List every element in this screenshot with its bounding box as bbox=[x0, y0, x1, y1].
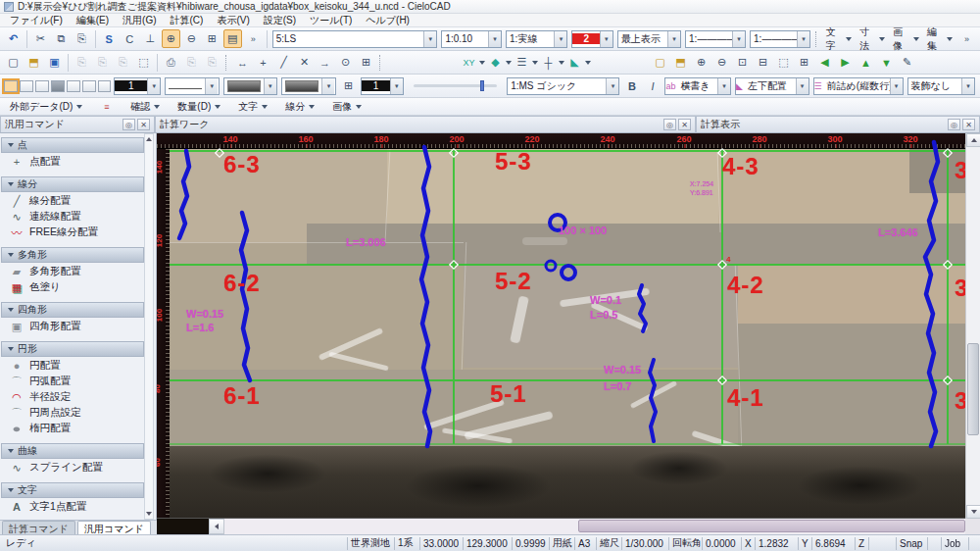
layer-style-7-icon[interactable] bbox=[98, 80, 112, 92]
pin-icon[interactable]: ◎ bbox=[663, 119, 676, 130]
pan-right-icon[interactable]: ▶ bbox=[836, 53, 855, 72]
undo-icon[interactable]: ↶ bbox=[4, 29, 23, 48]
section-segment[interactable]: 線分 bbox=[1, 176, 144, 192]
save-icon[interactable]: ▣ bbox=[45, 53, 64, 72]
mouse-settings-icon[interactable]: ⬚ bbox=[134, 53, 153, 72]
layer-style-6-icon[interactable] bbox=[82, 80, 96, 92]
menu-file[interactable]: ファイル(F) bbox=[10, 14, 63, 27]
scroll-down-icon[interactable] bbox=[145, 509, 153, 519]
draworder-combo[interactable]: 最上表示▾ bbox=[617, 30, 681, 48]
scroll-down-icon[interactable] bbox=[966, 505, 980, 519]
sidebar-item-polygon-place[interactable]: ▰多角形配置 bbox=[0, 264, 145, 279]
sidebar-item-arc-place[interactable]: ⌒円弧配置 bbox=[0, 374, 145, 389]
segment-button[interactable]: 線分 bbox=[285, 100, 315, 114]
sidebar-item-circumference-point[interactable]: ⌒円周点設定 bbox=[0, 405, 145, 421]
external-data-button[interactable]: 外部データ(D) bbox=[10, 100, 82, 114]
sidebar-item-segment-place[interactable]: ╱線分配置 bbox=[0, 193, 145, 209]
layer-number-combo[interactable]: 1▾ bbox=[114, 77, 161, 95]
new-file-icon[interactable]: ▢ bbox=[4, 53, 23, 72]
crosshair-tool-icon[interactable]: ┼ bbox=[539, 53, 558, 72]
linetype1-combo[interactable]: 1:—————▾ bbox=[685, 30, 746, 48]
s-mode-button[interactable]: S bbox=[100, 29, 119, 48]
linestyle-combo[interactable]: 1:実線▾ bbox=[506, 30, 567, 48]
edit-menu-button[interactable]: 編集 bbox=[927, 25, 953, 53]
diamond-tool-icon[interactable]: ◆ bbox=[486, 53, 505, 72]
text-decoration-combo[interactable]: 装飾なし▾ bbox=[907, 77, 976, 95]
sidebar-item-point-place[interactable]: +点配置 bbox=[0, 154, 145, 170]
open-file-icon[interactable]: ⬒ bbox=[24, 53, 43, 72]
layer-style-2-icon[interactable] bbox=[20, 80, 33, 92]
perpendicular-button[interactable]: ⊥ bbox=[141, 29, 160, 48]
snap-center-icon[interactable]: ⊙ bbox=[336, 53, 355, 72]
sidebar-item-radius-set[interactable]: ◠半径設定 bbox=[0, 389, 145, 405]
pin-icon[interactable]: ◎ bbox=[122, 119, 135, 130]
new-view-icon[interactable]: ▢ bbox=[651, 53, 669, 72]
slope-tool-icon[interactable]: ◣ bbox=[565, 53, 584, 72]
layer-icon[interactable]: ▤ bbox=[223, 29, 242, 48]
print-setup-icon[interactable]: ⎘ bbox=[203, 53, 221, 72]
layer-style-3-icon[interactable] bbox=[35, 80, 49, 92]
pan-left-icon[interactable]: ◀ bbox=[815, 53, 834, 72]
slider-thumb[interactable] bbox=[480, 80, 484, 91]
layer-style-1-icon[interactable] bbox=[4, 80, 18, 92]
quantity-button[interactable]: 数量(D) bbox=[177, 100, 220, 114]
italic-button[interactable]: I bbox=[643, 76, 662, 95]
menu-view[interactable]: 表示(V) bbox=[217, 14, 249, 27]
close-icon[interactable]: ✕ bbox=[678, 119, 691, 130]
text-pack-combo[interactable]: ☰ 前詰め(縦数行)▾ bbox=[813, 77, 904, 95]
reference-icon[interactable]: ≡ bbox=[97, 97, 116, 116]
snap-arrow-icon[interactable]: → bbox=[316, 53, 334, 72]
pan-up-icon[interactable]: ▲ bbox=[857, 53, 875, 72]
menu-settings[interactable]: 設定(S) bbox=[264, 14, 296, 27]
cut-icon[interactable]: ✂ bbox=[31, 29, 50, 48]
sidebar-item-text-1point-place[interactable]: A文字1点配置 bbox=[0, 499, 145, 515]
scroll-up-icon[interactable] bbox=[966, 133, 980, 147]
zoom-previous-icon[interactable]: ⊟ bbox=[754, 53, 772, 72]
opacity-slider[interactable] bbox=[414, 84, 497, 87]
text-direction-combo[interactable]: ab 横書き▾ bbox=[664, 77, 731, 95]
close-icon[interactable]: ✕ bbox=[137, 119, 150, 130]
menu-tools[interactable]: ツール(T) bbox=[310, 14, 352, 27]
image-menu-button[interactable]: 画像 bbox=[893, 25, 918, 53]
zoom-window-icon[interactable]: ⬚ bbox=[774, 53, 793, 72]
page-setup-icon[interactable]: ⎘ bbox=[73, 53, 91, 72]
drawing-canvas[interactable]: 140 160 180 200 220 240 260 280 300 320 … bbox=[157, 133, 980, 534]
scroll-up-icon[interactable] bbox=[145, 134, 153, 144]
concrete-photo[interactable] bbox=[170, 149, 965, 518]
font-combo[interactable]: 1:MS ゴシック▾ bbox=[507, 77, 619, 95]
print-icon[interactable]: ⎙ bbox=[162, 53, 180, 72]
sidebar-scrollbar[interactable] bbox=[144, 133, 154, 520]
sidebar-item-rectangle-place[interactable]: ▣四角形配置 bbox=[0, 319, 145, 334]
zoom-fit-icon[interactable]: ⊡ bbox=[733, 53, 752, 72]
zoom-out-view-icon[interactable]: ⊖ bbox=[712, 53, 731, 72]
section-text[interactable]: 文字 bbox=[1, 482, 144, 498]
snap-line-icon[interactable]: ╱ bbox=[274, 53, 293, 72]
pin-icon[interactable]: ◎ bbox=[948, 119, 960, 130]
section-circle[interactable]: 円形 bbox=[1, 341, 144, 357]
zoom-all-icon[interactable]: ⊞ bbox=[795, 53, 813, 72]
pan-down-icon[interactable]: ▼ bbox=[877, 53, 896, 72]
layer-style-4-icon[interactable] bbox=[51, 80, 65, 92]
scroll-left-icon[interactable] bbox=[209, 519, 224, 534]
menu-edit[interactable]: 編集(E) bbox=[76, 14, 109, 27]
snap-intersection-icon[interactable]: ✕ bbox=[295, 53, 314, 72]
tab-general-commands[interactable]: 汎用コマンド bbox=[77, 521, 151, 534]
close-icon[interactable]: ✕ bbox=[962, 119, 975, 130]
sidebar-item-polyline-place[interactable]: ∿連続線配置 bbox=[0, 209, 145, 225]
measure-icon[interactable]: ⊞ bbox=[203, 29, 221, 48]
snap-horizontal-icon[interactable]: ↔ bbox=[233, 53, 252, 72]
layer-style-5-icon[interactable] bbox=[67, 80, 80, 92]
snap-grid-icon[interactable]: ⊞ bbox=[357, 53, 375, 72]
section-point[interactable]: 点 bbox=[1, 137, 144, 153]
sidebar-item-free-segment-place[interactable]: 〰FREE線分配置 bbox=[0, 225, 145, 240]
page-paste-icon[interactable]: ⎘ bbox=[114, 53, 132, 72]
vertical-scroll-thumb[interactable] bbox=[967, 343, 979, 435]
snap-point-icon[interactable]: + bbox=[254, 53, 272, 72]
sidebar-item-spline-place[interactable]: ∿スプライン配置 bbox=[0, 460, 145, 476]
paste-icon[interactable]: ⎘ bbox=[73, 29, 91, 48]
menu-calc[interactable]: 計算(C) bbox=[171, 14, 204, 27]
c-mode-button[interactable]: C bbox=[121, 29, 139, 48]
text-menu-button[interactable]: 文字 bbox=[826, 25, 852, 53]
canvas-horizontal-scrollbar[interactable] bbox=[157, 519, 980, 534]
copy-icon[interactable]: ⧉ bbox=[52, 29, 71, 48]
